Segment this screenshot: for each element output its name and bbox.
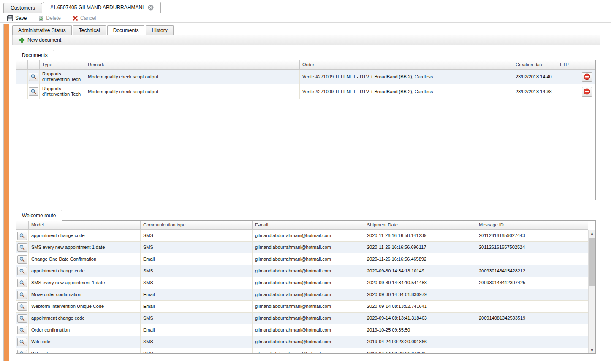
plus-icon bbox=[19, 37, 25, 43]
save-button[interactable]: Save bbox=[3, 14, 30, 22]
row-action-cell bbox=[16, 313, 29, 324]
header-cell-email[interactable]: E-mail bbox=[253, 221, 364, 229]
cell-model: appointment change code bbox=[29, 313, 141, 324]
magnifier-icon bbox=[19, 245, 25, 251]
cancel-button[interactable]: Cancel bbox=[68, 14, 100, 22]
cell-shipment-date: 2020-09-30 14:34:01.830979 bbox=[364, 289, 476, 300]
table-row[interactable]: Webform Intervention Unique CodeEmailgil… bbox=[16, 301, 588, 313]
tab-documents[interactable]: Documents bbox=[107, 25, 145, 35]
cell-model: Wifi code bbox=[29, 336, 141, 348]
scroll-down-arrow[interactable]: ∨ bbox=[589, 346, 595, 353]
remove-document-button[interactable] bbox=[582, 72, 592, 82]
tab-customers[interactable]: Customers bbox=[3, 3, 42, 13]
table-row[interactable]: Wifi codeSMSgilmand.abdurrahmani@hotmail… bbox=[16, 336, 588, 348]
header-cell-communication-type[interactable]: Communication type bbox=[141, 221, 253, 229]
view-message-button[interactable] bbox=[17, 232, 27, 240]
view-document-button[interactable] bbox=[29, 87, 38, 96]
header-cell-blank bbox=[16, 221, 29, 229]
header-cell-remark[interactable]: Remark bbox=[85, 60, 300, 69]
cell-model: SMS every new appointment 1 date bbox=[29, 277, 141, 289]
view-message-button[interactable] bbox=[17, 243, 27, 252]
scrollbar-thumb[interactable] bbox=[589, 238, 595, 286]
cell-creation-date: 23/02/2018 14:38 bbox=[513, 84, 557, 99]
table-row[interactable]: Wifi codeSMSgilmand.abdurrahmani@hotmail… bbox=[16, 348, 588, 354]
delete-button[interactable]: Delete bbox=[34, 14, 65, 22]
view-message-button[interactable] bbox=[17, 338, 27, 346]
tab-administrative-status[interactable]: Administrative Status bbox=[12, 25, 72, 35]
row-action-cell bbox=[16, 348, 29, 354]
new-document-label: New document bbox=[27, 37, 61, 43]
header-cell-order[interactable]: Order bbox=[300, 60, 513, 69]
cell-message-id: 200930143415428212 bbox=[476, 265, 588, 277]
save-icon bbox=[7, 15, 13, 21]
subtab-welcome-route[interactable]: Welcome route bbox=[16, 210, 62, 221]
table-row[interactable]: SMS every new appointment 1 dateSMSgilma… bbox=[16, 277, 588, 289]
subtab-welcome-route-label: Welcome route bbox=[22, 213, 56, 218]
new-document-button[interactable]: New document bbox=[16, 36, 65, 44]
cell-order: Vente #271009 TELENET - DTV + BroadBand … bbox=[300, 84, 513, 99]
row-action-cell bbox=[16, 277, 29, 289]
table-row[interactable]: Rapports d'intervention Tech Modem quali… bbox=[16, 70, 595, 84]
table-row[interactable]: appointment change codeSMSgilmand.abdurr… bbox=[16, 313, 588, 324]
close-icon[interactable] bbox=[148, 5, 154, 11]
table-row[interactable]: Order confirmationEmailgilmand.abdurrahm… bbox=[16, 324, 588, 336]
cell-email: gilmand.abdurrahmani@hotmail.com bbox=[253, 277, 364, 289]
cell-communication-type: Email bbox=[141, 301, 253, 312]
view-message-button[interactable] bbox=[17, 314, 27, 323]
header-cell-ftp[interactable]: FTP bbox=[557, 60, 578, 69]
header-cell-message-id[interactable]: Message ID bbox=[476, 221, 588, 229]
header-cell-shipment-date[interactable]: Shipment Date bbox=[364, 221, 476, 229]
delete-button-label: Delete bbox=[46, 15, 61, 21]
magnifier-icon bbox=[19, 292, 25, 298]
tab-technical-label: Technical bbox=[79, 27, 100, 33]
cell-communication-type: Email bbox=[141, 289, 253, 300]
cell-model: Change One Date Confirmation bbox=[29, 253, 141, 265]
row-action-cell bbox=[16, 230, 29, 241]
view-message-button[interactable] bbox=[17, 267, 27, 275]
scroll-up-arrow[interactable]: ∧ bbox=[589, 230, 595, 237]
cell-shipment-date: 2020-09-30 14:34:13.10149 bbox=[364, 265, 476, 277]
row-action-cell bbox=[16, 289, 29, 300]
view-message-button[interactable] bbox=[17, 326, 27, 334]
tab-customer-detail[interactable]: #1.6507405 GILMAND ABDURRAHMANI bbox=[43, 2, 161, 13]
header-cell-type[interactable]: Type bbox=[40, 60, 85, 69]
header-cell-creation-date[interactable]: Creation date bbox=[513, 60, 557, 69]
tab-technical[interactable]: Technical bbox=[73, 25, 106, 35]
view-message-button[interactable] bbox=[17, 255, 27, 264]
row-action-cell bbox=[16, 324, 29, 336]
view-document-button[interactable] bbox=[29, 73, 38, 81]
cell-email: gilmand.abdurrahmani@hotmail.com bbox=[253, 313, 364, 324]
table-row[interactable]: Rapports d'intervention Tech Modem quali… bbox=[16, 84, 595, 99]
toolbar-separator bbox=[66, 15, 67, 22]
cell-message-id: 200914081342583519 bbox=[476, 313, 588, 324]
tab-history[interactable]: History bbox=[146, 25, 173, 35]
remove-document-button[interactable] bbox=[582, 87, 592, 97]
table-row[interactable]: Change One Date ConfirmationEmailgilmand… bbox=[16, 253, 588, 265]
panel-content: Administrative Status Technical Document… bbox=[12, 25, 605, 360]
cell-message-id: 201126161657502524 bbox=[476, 242, 588, 253]
cell-remark: Modem quality check script output bbox=[85, 70, 300, 84]
view-message-button[interactable] bbox=[17, 279, 27, 287]
cell-model: appointment change code bbox=[29, 265, 141, 277]
view-message-button[interactable] bbox=[17, 302, 27, 311]
cell-model: SMS every new appointment 1 date bbox=[29, 242, 141, 253]
header-cell-model[interactable]: Model bbox=[29, 221, 141, 229]
cell-communication-type: SMS bbox=[141, 230, 253, 241]
tab-history-label: History bbox=[152, 27, 167, 33]
table-row[interactable]: appointment change codeSMSgilmand.abdurr… bbox=[16, 265, 588, 277]
documents-table: Type Remark Order Creation date FTP bbox=[16, 60, 596, 200]
cell-message-id bbox=[476, 253, 588, 265]
view-message-button[interactable] bbox=[17, 291, 27, 299]
tab-customers-label: Customers bbox=[11, 5, 35, 11]
table-row[interactable]: SMS every new appointment 1 dateSMSgilma… bbox=[16, 242, 588, 253]
table-row[interactable]: appointment change codeSMSgilmand.abdurr… bbox=[16, 230, 588, 242]
block-icon bbox=[584, 88, 590, 95]
cell-communication-type: Email bbox=[141, 324, 253, 336]
table-row[interactable]: Move order confirmationEmailgilmand.abdu… bbox=[16, 289, 588, 301]
view-message-button[interactable] bbox=[17, 350, 27, 354]
subtab-documents[interactable]: Documents bbox=[16, 50, 54, 60]
row-action-cell bbox=[578, 84, 595, 99]
magnifier-icon bbox=[19, 339, 25, 345]
vertical-scrollbar[interactable]: ∧ ∨ bbox=[588, 230, 595, 353]
header-cell-blank bbox=[16, 60, 28, 69]
